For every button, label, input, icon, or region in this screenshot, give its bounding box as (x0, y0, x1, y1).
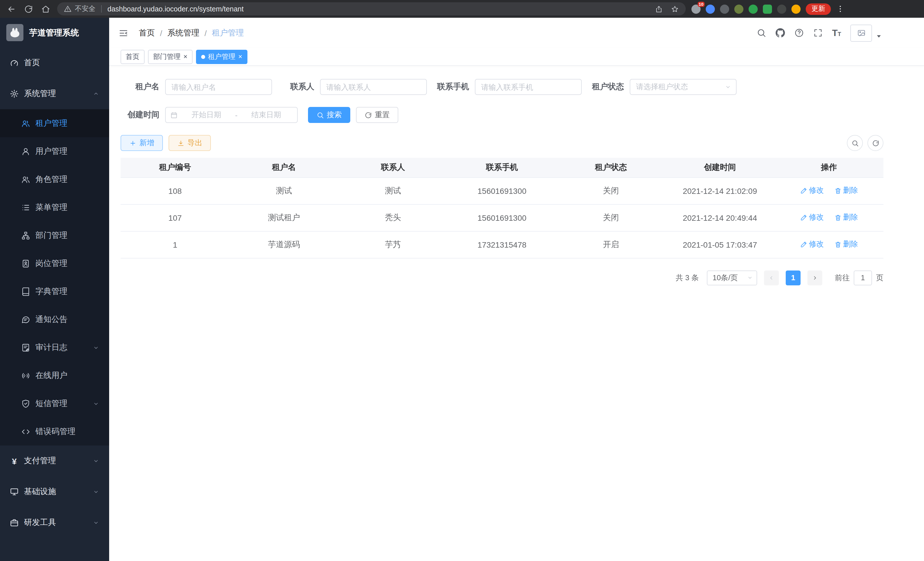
sidebar-item-home[interactable]: 首页 (0, 47, 109, 78)
edit-icon (800, 187, 807, 194)
goto-page-input[interactable] (854, 270, 872, 285)
start-date-placeholder[interactable]: 开始日期 (180, 110, 233, 120)
export-button[interactable]: 导出 (169, 135, 211, 151)
filter-row-2: 创建时间 开始日期 - 结束日期 搜索 重置 (121, 107, 884, 123)
pagination: 共 3 条 10条/页 1 前往 页 (121, 270, 884, 285)
sidebar-item-tenant[interactable]: 租户管理 (0, 109, 109, 137)
extension-icon-7[interactable] (777, 4, 786, 14)
search-icon (316, 111, 324, 119)
page-number-1[interactable]: 1 (786, 270, 801, 285)
sidebar-item-sms[interactable]: 短信管理 (0, 390, 109, 417)
phone-input[interactable] (475, 79, 582, 95)
search-button[interactable]: 搜索 (308, 107, 350, 123)
extension-icon-1[interactable]: 10 (692, 4, 700, 14)
broadcast-icon (21, 371, 30, 380)
contact-label: 联系人 (275, 82, 314, 92)
org-tree-icon (21, 231, 30, 240)
sidebar-item-infra[interactable]: 基础设施 (0, 476, 109, 507)
breadcrumb-home[interactable]: 首页 (139, 28, 155, 38)
trash-icon (834, 187, 842, 194)
help-icon[interactable] (794, 28, 804, 38)
fullscreen-icon[interactable] (813, 28, 823, 38)
extension-icon-6[interactable] (763, 4, 772, 14)
sidebar-item-menu[interactable]: 菜单管理 (0, 193, 109, 221)
home-button[interactable] (40, 3, 51, 15)
filter-row-1: 租户名 联系人 联系手机 租户状态 请选择租户状态 (121, 79, 884, 95)
breadcrumb-system[interactable]: 系统管理 (167, 28, 200, 38)
search-icon[interactable] (757, 28, 766, 38)
cell-contact: 秃头 (339, 204, 447, 231)
edit-button[interactable]: 修改 (800, 239, 824, 250)
close-icon[interactable] (183, 53, 188, 60)
date-range-picker[interactable]: 开始日期 - 结束日期 (165, 107, 298, 123)
filter-phone: 联系手机 (430, 79, 582, 95)
status-select[interactable]: 请选择租户状态 (630, 79, 736, 95)
sidebar-collapse-button[interactable] (118, 27, 130, 39)
sidebar-item-role[interactable]: 角色管理 (0, 165, 109, 193)
sidebar-item-notice[interactable]: 通知公告 (0, 305, 109, 333)
sidebar-item-system[interactable]: 系统管理 (0, 78, 109, 109)
sidebar-item-audit-log[interactable]: 审计日志 (0, 333, 109, 361)
tab-dept[interactable]: 部门管理 (148, 50, 193, 64)
sidebar-item-error-code[interactable]: 错误码管理 (0, 417, 109, 445)
sidebar-item-post[interactable]: 岗位管理 (0, 249, 109, 277)
refresh-table-button[interactable] (867, 135, 884, 151)
url-divider (101, 5, 102, 13)
edit-icon (800, 214, 807, 221)
sidebar-item-dept[interactable]: 部门管理 (0, 221, 109, 249)
edit-button[interactable]: 修改 (800, 186, 824, 196)
update-button[interactable]: 更新 (806, 3, 831, 15)
sidebar-submenu-system: 租户管理 用户管理 角色管理 菜单管理 (0, 109, 109, 445)
sidebar-item-dict[interactable]: 字典管理 (0, 277, 109, 305)
font-size-icon[interactable] (832, 28, 841, 38)
close-icon[interactable] (238, 53, 242, 60)
tenant-name-input[interactable] (165, 79, 272, 95)
col-tenant-name: 租户名 (230, 158, 338, 177)
add-button[interactable]: 新增 (121, 135, 163, 151)
prev-page-button[interactable] (764, 270, 779, 285)
sidebar-item-online-user[interactable]: 在线用户 (0, 361, 109, 390)
col-phone: 联系手机 (447, 158, 556, 177)
sidebar-item-devtools[interactable]: 研发工具 (0, 507, 109, 538)
cell-phone: 17321315478 (447, 231, 556, 258)
page-size-select[interactable]: 10条/页 (707, 270, 757, 285)
status-label: 租户状态 (585, 82, 624, 92)
tab-home[interactable]: 首页 (121, 50, 145, 64)
edit-button[interactable]: 修改 (800, 212, 824, 223)
table-row: 107 测试租户 秃头 15601691300 关闭 2021-12-14 20… (121, 204, 884, 231)
breadcrumb-separator: / (205, 28, 207, 38)
phone-label: 联系手机 (430, 82, 469, 92)
delete-button[interactable]: 删除 (834, 212, 858, 223)
goto-label: 前往 (835, 272, 850, 283)
delete-button[interactable]: 删除 (834, 186, 858, 196)
gear-icon (10, 89, 19, 98)
github-icon[interactable] (776, 28, 785, 38)
browser-menu-icon[interactable] (836, 5, 844, 13)
sidebar-item-user[interactable]: 用户管理 (0, 137, 109, 165)
tab-tenant[interactable]: 租户管理 (196, 50, 248, 64)
extension-icon-5[interactable] (748, 4, 758, 14)
next-page-button[interactable] (807, 270, 822, 285)
extension-icon-4[interactable] (734, 4, 743, 14)
cell-created: 2021-12-14 21:02:09 (665, 177, 774, 204)
share-icon[interactable] (655, 5, 663, 13)
delete-button[interactable]: 删除 (834, 239, 858, 250)
reset-button[interactable]: 重置 (356, 107, 398, 123)
extension-icon-2[interactable] (706, 4, 715, 14)
cell-tenant-name: 测试 (230, 177, 338, 204)
user-menu[interactable] (850, 24, 884, 41)
role-icon (21, 175, 30, 184)
toggle-search-button[interactable] (847, 135, 863, 151)
end-date-placeholder[interactable]: 结束日期 (240, 110, 292, 120)
refresh-icon (364, 111, 372, 119)
security-badge[interactable]: 不安全 (75, 4, 95, 14)
extension-icon-8[interactable] (791, 4, 801, 14)
url-bar[interactable]: 不安全 dashboard.yudao.iocoder.cn/system/te… (57, 2, 686, 15)
reload-button[interactable] (23, 3, 34, 15)
back-button[interactable] (6, 3, 17, 15)
extension-icon-3[interactable] (720, 4, 729, 14)
bookmark-star-icon[interactable] (671, 5, 679, 13)
chevron-down-icon (724, 83, 731, 90)
contact-input[interactable] (320, 79, 427, 95)
sidebar-item-payment[interactable]: 支付管理 (0, 445, 109, 476)
